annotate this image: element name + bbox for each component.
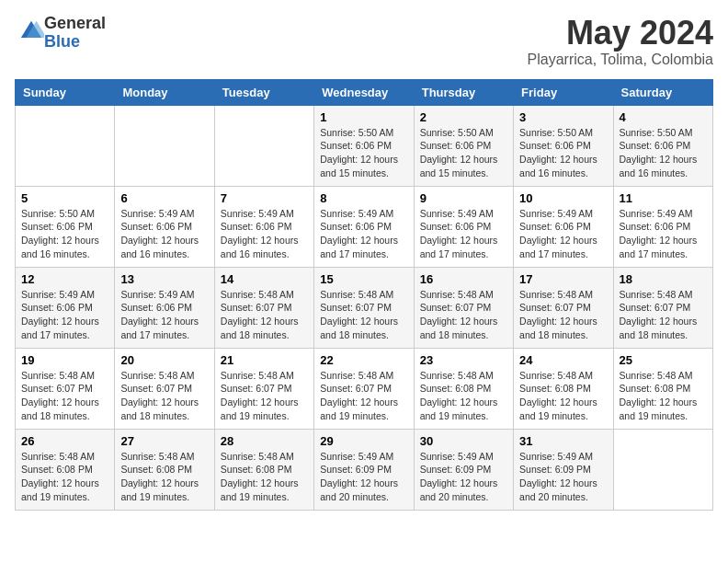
calendar-cell: 27Sunrise: 5:48 AM Sunset: 6:08 PM Dayli… bbox=[115, 429, 214, 510]
day-number: 18 bbox=[620, 272, 707, 286]
day-info: Sunrise: 5:48 AM Sunset: 6:07 PM Dayligh… bbox=[519, 288, 607, 342]
calendar-cell: 6Sunrise: 5:49 AM Sunset: 6:06 PM Daylig… bbox=[115, 186, 214, 267]
day-info: Sunrise: 5:49 AM Sunset: 6:06 PM Dayligh… bbox=[420, 207, 507, 261]
day-number: 5 bbox=[21, 191, 108, 205]
calendar-cell: 30Sunrise: 5:49 AM Sunset: 6:09 PM Dayli… bbox=[414, 429, 513, 510]
logo-icon bbox=[18, 18, 44, 44]
calendar-cell: 23Sunrise: 5:48 AM Sunset: 6:08 PM Dayli… bbox=[414, 348, 513, 429]
calendar-week-row: 1Sunrise: 5:50 AM Sunset: 6:06 PM Daylig… bbox=[16, 105, 713, 186]
day-number: 12 bbox=[21, 272, 108, 286]
day-info: Sunrise: 5:48 AM Sunset: 6:07 PM Dayligh… bbox=[21, 369, 108, 423]
day-info: Sunrise: 5:48 AM Sunset: 6:07 PM Dayligh… bbox=[221, 288, 308, 342]
calendar-cell: 7Sunrise: 5:49 AM Sunset: 6:06 PM Daylig… bbox=[214, 186, 313, 267]
calendar-cell bbox=[16, 105, 115, 186]
day-number: 9 bbox=[420, 191, 507, 205]
day-info: Sunrise: 5:49 AM Sunset: 6:06 PM Dayligh… bbox=[21, 288, 108, 342]
logo-blue: Blue bbox=[44, 32, 80, 51]
day-info: Sunrise: 5:49 AM Sunset: 6:06 PM Dayligh… bbox=[120, 207, 208, 261]
calendar-week-row: 19Sunrise: 5:48 AM Sunset: 6:07 PM Dayli… bbox=[16, 348, 713, 429]
weekday-header-row: SundayMondayTuesdayWednesdayThursdayFrid… bbox=[16, 79, 713, 105]
day-info: Sunrise: 5:48 AM Sunset: 6:07 PM Dayligh… bbox=[320, 288, 407, 342]
calendar-cell: 20Sunrise: 5:48 AM Sunset: 6:07 PM Dayli… bbox=[115, 348, 214, 429]
calendar-cell: 17Sunrise: 5:48 AM Sunset: 6:07 PM Dayli… bbox=[514, 267, 613, 348]
calendar-cell: 4Sunrise: 5:50 AM Sunset: 6:06 PM Daylig… bbox=[613, 105, 712, 186]
day-number: 22 bbox=[320, 353, 407, 367]
day-info: Sunrise: 5:49 AM Sunset: 6:06 PM Dayligh… bbox=[320, 207, 407, 261]
day-number: 17 bbox=[519, 272, 607, 286]
calendar-table: SundayMondayTuesdayWednesdayThursdayFrid… bbox=[15, 79, 713, 511]
calendar-cell: 11Sunrise: 5:49 AM Sunset: 6:06 PM Dayli… bbox=[613, 186, 712, 267]
calendar-cell: 14Sunrise: 5:48 AM Sunset: 6:07 PM Dayli… bbox=[214, 267, 313, 348]
logo-general: General bbox=[44, 14, 106, 32]
day-info: Sunrise: 5:49 AM Sunset: 6:09 PM Dayligh… bbox=[420, 450, 507, 504]
month-year: May 2024 bbox=[528, 15, 713, 52]
calendar-cell: 22Sunrise: 5:48 AM Sunset: 6:07 PM Dayli… bbox=[314, 348, 414, 429]
calendar-cell: 12Sunrise: 5:49 AM Sunset: 6:06 PM Dayli… bbox=[16, 267, 115, 348]
logo: General Blue bbox=[15, 15, 106, 52]
day-info: Sunrise: 5:48 AM Sunset: 6:07 PM Dayligh… bbox=[320, 369, 407, 423]
calendar-cell: 28Sunrise: 5:48 AM Sunset: 6:08 PM Dayli… bbox=[214, 429, 313, 510]
calendar-cell: 8Sunrise: 5:49 AM Sunset: 6:06 PM Daylig… bbox=[314, 186, 414, 267]
day-number: 25 bbox=[620, 353, 707, 367]
day-info: Sunrise: 5:50 AM Sunset: 6:06 PM Dayligh… bbox=[21, 207, 108, 261]
weekday-header: Monday bbox=[115, 79, 214, 105]
weekday-header: Friday bbox=[514, 79, 613, 105]
calendar-cell: 1Sunrise: 5:50 AM Sunset: 6:06 PM Daylig… bbox=[314, 105, 414, 186]
day-info: Sunrise: 5:48 AM Sunset: 6:08 PM Dayligh… bbox=[120, 450, 208, 504]
calendar-cell: 10Sunrise: 5:49 AM Sunset: 6:06 PM Dayli… bbox=[514, 186, 613, 267]
day-number: 20 bbox=[120, 353, 208, 367]
day-number: 8 bbox=[320, 191, 407, 205]
calendar-cell: 25Sunrise: 5:48 AM Sunset: 6:08 PM Dayli… bbox=[613, 348, 712, 429]
day-number: 28 bbox=[221, 434, 308, 448]
weekday-header: Thursday bbox=[414, 79, 513, 105]
day-info: Sunrise: 5:48 AM Sunset: 6:07 PM Dayligh… bbox=[221, 369, 308, 423]
day-number: 1 bbox=[320, 110, 407, 124]
day-info: Sunrise: 5:48 AM Sunset: 6:07 PM Dayligh… bbox=[620, 288, 707, 342]
day-number: 11 bbox=[620, 191, 707, 205]
calendar-cell: 18Sunrise: 5:48 AM Sunset: 6:07 PM Dayli… bbox=[613, 267, 712, 348]
day-number: 27 bbox=[120, 434, 208, 448]
day-info: Sunrise: 5:50 AM Sunset: 6:06 PM Dayligh… bbox=[420, 126, 507, 180]
calendar-cell: 19Sunrise: 5:48 AM Sunset: 6:07 PM Dayli… bbox=[16, 348, 115, 429]
day-number: 24 bbox=[519, 353, 607, 367]
day-number: 23 bbox=[420, 353, 507, 367]
day-info: Sunrise: 5:49 AM Sunset: 6:06 PM Dayligh… bbox=[221, 207, 308, 261]
day-number: 16 bbox=[420, 272, 507, 286]
day-info: Sunrise: 5:50 AM Sunset: 6:06 PM Dayligh… bbox=[320, 126, 407, 180]
day-number: 15 bbox=[320, 272, 407, 286]
day-number: 13 bbox=[120, 272, 208, 286]
calendar-cell: 2Sunrise: 5:50 AM Sunset: 6:06 PM Daylig… bbox=[414, 105, 513, 186]
day-info: Sunrise: 5:49 AM Sunset: 6:09 PM Dayligh… bbox=[519, 450, 607, 504]
day-info: Sunrise: 5:48 AM Sunset: 6:08 PM Dayligh… bbox=[620, 369, 707, 423]
calendar-cell: 31Sunrise: 5:49 AM Sunset: 6:09 PM Dayli… bbox=[514, 429, 613, 510]
day-info: Sunrise: 5:49 AM Sunset: 6:06 PM Dayligh… bbox=[120, 288, 208, 342]
day-number: 26 bbox=[21, 434, 108, 448]
day-number: 29 bbox=[320, 434, 407, 448]
day-info: Sunrise: 5:50 AM Sunset: 6:06 PM Dayligh… bbox=[519, 126, 607, 180]
calendar-cell bbox=[115, 105, 214, 186]
calendar-cell: 9Sunrise: 5:49 AM Sunset: 6:06 PM Daylig… bbox=[414, 186, 513, 267]
day-info: Sunrise: 5:48 AM Sunset: 6:08 PM Dayligh… bbox=[221, 450, 308, 504]
day-info: Sunrise: 5:48 AM Sunset: 6:07 PM Dayligh… bbox=[420, 288, 507, 342]
day-number: 30 bbox=[420, 434, 507, 448]
calendar-cell: 3Sunrise: 5:50 AM Sunset: 6:06 PM Daylig… bbox=[514, 105, 613, 186]
title-block: May 2024 Playarrica, Tolima, Colombia bbox=[528, 15, 713, 68]
calendar-cell bbox=[613, 429, 712, 510]
day-number: 19 bbox=[21, 353, 108, 367]
day-number: 31 bbox=[519, 434, 607, 448]
weekday-header: Wednesday bbox=[314, 79, 414, 105]
calendar-week-row: 5Sunrise: 5:50 AM Sunset: 6:06 PM Daylig… bbox=[16, 186, 713, 267]
day-info: Sunrise: 5:49 AM Sunset: 6:06 PM Dayligh… bbox=[519, 207, 607, 261]
calendar-week-row: 26Sunrise: 5:48 AM Sunset: 6:08 PM Dayli… bbox=[16, 429, 713, 510]
weekday-header: Tuesday bbox=[214, 79, 313, 105]
day-info: Sunrise: 5:48 AM Sunset: 6:07 PM Dayligh… bbox=[120, 369, 208, 423]
calendar-cell: 15Sunrise: 5:48 AM Sunset: 6:07 PM Dayli… bbox=[314, 267, 414, 348]
calendar-cell: 24Sunrise: 5:48 AM Sunset: 6:08 PM Dayli… bbox=[514, 348, 613, 429]
calendar-cell: 13Sunrise: 5:49 AM Sunset: 6:06 PM Dayli… bbox=[115, 267, 214, 348]
calendar-cell: 21Sunrise: 5:48 AM Sunset: 6:07 PM Dayli… bbox=[214, 348, 313, 429]
day-info: Sunrise: 5:49 AM Sunset: 6:09 PM Dayligh… bbox=[320, 450, 407, 504]
page-header: General Blue May 2024 Playarrica, Tolima… bbox=[15, 15, 713, 68]
calendar-cell: 5Sunrise: 5:50 AM Sunset: 6:06 PM Daylig… bbox=[16, 186, 115, 267]
day-number: 6 bbox=[120, 191, 208, 205]
day-number: 4 bbox=[620, 110, 707, 124]
